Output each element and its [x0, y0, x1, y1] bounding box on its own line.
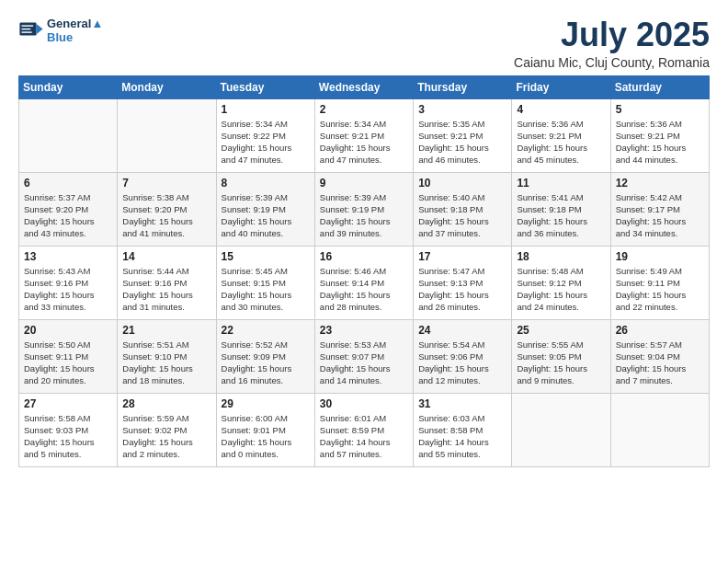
day-info: Sunrise: 5:54 AM Sunset: 9:06 PM Dayligh… — [418, 339, 506, 387]
day-info: Sunrise: 5:41 AM Sunset: 9:18 PM Dayligh… — [517, 191, 605, 240]
calendar-cell: 9Sunrise: 5:39 AM Sunset: 9:19 PM Daylig… — [314, 172, 413, 246]
svg-rect-3 — [22, 29, 31, 29]
calendar-cell: 23Sunrise: 5:53 AM Sunset: 9:07 PM Dayli… — [314, 319, 413, 393]
day-info: Sunrise: 6:03 AM Sunset: 8:58 PM Dayligh… — [418, 412, 506, 461]
day-number: 10 — [418, 177, 506, 190]
calendar-week-row: 20Sunrise: 5:50 AM Sunset: 9:11 PM Dayli… — [19, 319, 710, 393]
day-info: Sunrise: 5:48 AM Sunset: 9:12 PM Dayligh… — [517, 265, 605, 314]
weekday-header-wednesday: Wednesday — [314, 75, 413, 98]
day-number: 11 — [517, 177, 605, 190]
day-number: 15 — [222, 250, 310, 263]
calendar-cell: 6Sunrise: 5:37 AM Sunset: 9:20 PM Daylig… — [19, 172, 118, 246]
day-number: 4 — [517, 103, 605, 116]
calendar-cell: 7Sunrise: 5:38 AM Sunset: 9:20 PM Daylig… — [118, 172, 216, 246]
day-number: 7 — [122, 177, 210, 190]
day-number: 9 — [320, 177, 408, 190]
calendar-cell: 15Sunrise: 5:45 AM Sunset: 9:15 PM Dayli… — [216, 246, 314, 319]
calendar-cell: 14Sunrise: 5:44 AM Sunset: 9:16 PM Dayli… — [118, 246, 216, 319]
calendar-cell: 31Sunrise: 6:03 AM Sunset: 8:58 PM Dayli… — [414, 393, 512, 466]
calendar-cell: 11Sunrise: 5:41 AM Sunset: 9:18 PM Dayli… — [512, 172, 610, 246]
day-number: 17 — [418, 250, 506, 263]
day-number: 20 — [24, 324, 112, 337]
day-info: Sunrise: 5:34 AM Sunset: 9:22 PM Dayligh… — [222, 118, 310, 167]
day-number: 2 — [320, 103, 408, 116]
calendar-table: SundayMondayTuesdayWednesdayThursdayFrid… — [18, 75, 710, 467]
day-info: Sunrise: 6:00 AM Sunset: 9:01 PM Dayligh… — [222, 412, 310, 461]
day-number: 19 — [616, 250, 704, 263]
calendar-cell: 30Sunrise: 6:01 AM Sunset: 8:59 PM Dayli… — [314, 393, 413, 466]
day-number: 5 — [616, 103, 704, 116]
day-number: 26 — [616, 324, 704, 337]
day-number: 25 — [517, 324, 605, 337]
day-info: Sunrise: 5:38 AM Sunset: 9:20 PM Dayligh… — [122, 191, 210, 240]
day-info: Sunrise: 5:49 AM Sunset: 9:11 PM Dayligh… — [616, 265, 704, 314]
calendar-cell: 5Sunrise: 5:36 AM Sunset: 9:21 PM Daylig… — [610, 98, 709, 172]
calendar-cell: 22Sunrise: 5:52 AM Sunset: 9:09 PM Dayli… — [216, 319, 314, 393]
day-number: 13 — [24, 250, 112, 263]
calendar-cell: 18Sunrise: 5:48 AM Sunset: 9:12 PM Dayli… — [512, 246, 610, 319]
day-info: Sunrise: 5:52 AM Sunset: 9:09 PM Dayligh… — [222, 339, 310, 387]
month-title: July 2025 — [514, 17, 710, 53]
day-info: Sunrise: 5:57 AM Sunset: 9:04 PM Dayligh… — [616, 339, 704, 387]
calendar-cell: 3Sunrise: 5:35 AM Sunset: 9:21 PM Daylig… — [414, 98, 512, 172]
day-info: Sunrise: 5:36 AM Sunset: 9:21 PM Dayligh… — [517, 118, 605, 167]
logo-icon — [18, 17, 44, 43]
calendar-cell — [118, 98, 216, 172]
calendar-cell: 1Sunrise: 5:34 AM Sunset: 9:22 PM Daylig… — [216, 98, 314, 172]
logo-text: General▲ Blue — [47, 17, 103, 44]
calendar-week-row: 13Sunrise: 5:43 AM Sunset: 9:16 PM Dayli… — [19, 246, 710, 319]
day-info: Sunrise: 5:55 AM Sunset: 9:05 PM Dayligh… — [517, 339, 605, 387]
day-number: 24 — [418, 324, 506, 337]
calendar-cell: 20Sunrise: 5:50 AM Sunset: 9:11 PM Dayli… — [19, 319, 118, 393]
svg-rect-2 — [22, 25, 34, 26]
page: General▲ Blue July 2025 Caianu Mic, Cluj… — [0, 0, 728, 563]
day-number: 8 — [222, 177, 310, 190]
calendar-cell: 25Sunrise: 5:55 AM Sunset: 9:05 PM Dayli… — [512, 319, 610, 393]
day-info: Sunrise: 5:58 AM Sunset: 9:03 PM Dayligh… — [24, 412, 112, 461]
weekday-header-thursday: Thursday — [414, 75, 512, 98]
weekday-header-row: SundayMondayTuesdayWednesdayThursdayFrid… — [19, 75, 710, 98]
day-info: Sunrise: 5:39 AM Sunset: 9:19 PM Dayligh… — [320, 191, 408, 240]
day-info: Sunrise: 5:44 AM Sunset: 9:16 PM Dayligh… — [122, 265, 210, 314]
header: General▲ Blue July 2025 Caianu Mic, Cluj… — [18, 17, 710, 70]
day-info: Sunrise: 5:53 AM Sunset: 9:07 PM Dayligh… — [320, 339, 408, 387]
location-subtitle: Caianu Mic, Cluj County, Romania — [514, 55, 710, 70]
day-number: 14 — [122, 250, 210, 263]
weekday-header-friday: Friday — [512, 75, 610, 98]
calendar-cell: 24Sunrise: 5:54 AM Sunset: 9:06 PM Dayli… — [414, 319, 512, 393]
calendar-cell: 29Sunrise: 6:00 AM Sunset: 9:01 PM Dayli… — [216, 393, 314, 466]
day-info: Sunrise: 5:37 AM Sunset: 9:20 PM Dayligh… — [24, 191, 112, 240]
day-info: Sunrise: 5:47 AM Sunset: 9:13 PM Dayligh… — [418, 265, 506, 314]
calendar-cell: 21Sunrise: 5:51 AM Sunset: 9:10 PM Dayli… — [118, 319, 216, 393]
weekday-header-sunday: Sunday — [19, 75, 118, 98]
day-number: 21 — [122, 324, 210, 337]
day-number: 22 — [222, 324, 310, 337]
day-info: Sunrise: 5:39 AM Sunset: 9:19 PM Dayligh… — [222, 191, 310, 240]
day-number: 16 — [320, 250, 408, 263]
logo: General▲ Blue — [18, 17, 103, 44]
day-info: Sunrise: 5:43 AM Sunset: 9:16 PM Dayligh… — [24, 265, 112, 314]
day-info: Sunrise: 5:36 AM Sunset: 9:21 PM Dayligh… — [616, 118, 704, 167]
day-number: 12 — [616, 177, 704, 190]
day-number: 18 — [517, 250, 605, 263]
calendar-cell: 4Sunrise: 5:36 AM Sunset: 9:21 PM Daylig… — [512, 98, 610, 172]
day-number: 27 — [24, 397, 112, 410]
weekday-header-monday: Monday — [118, 75, 216, 98]
day-info: Sunrise: 6:01 AM Sunset: 8:59 PM Dayligh… — [320, 412, 408, 461]
title-block: July 2025 Caianu Mic, Cluj County, Roman… — [514, 17, 710, 70]
day-number: 30 — [320, 397, 408, 410]
day-number: 23 — [320, 324, 408, 337]
day-number: 3 — [418, 103, 506, 116]
svg-marker-1 — [37, 24, 43, 34]
calendar-cell: 17Sunrise: 5:47 AM Sunset: 9:13 PM Dayli… — [414, 246, 512, 319]
day-number: 28 — [122, 397, 210, 410]
day-number: 6 — [24, 177, 112, 190]
day-info: Sunrise: 5:46 AM Sunset: 9:14 PM Dayligh… — [320, 265, 408, 314]
day-number: 31 — [418, 397, 506, 410]
calendar-week-row: 6Sunrise: 5:37 AM Sunset: 9:20 PM Daylig… — [19, 172, 710, 246]
day-info: Sunrise: 5:34 AM Sunset: 9:21 PM Dayligh… — [320, 118, 408, 167]
day-number: 29 — [222, 397, 310, 410]
weekday-header-tuesday: Tuesday — [216, 75, 314, 98]
weekday-header-saturday: Saturday — [610, 75, 709, 98]
calendar-cell — [512, 393, 610, 466]
